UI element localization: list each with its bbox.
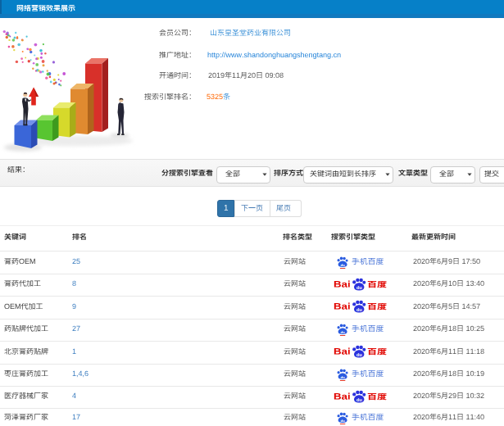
svg-text:du: du [356,352,362,357]
svg-text:du: du [356,397,362,401]
svg-text:du: du [340,330,345,334]
svg-text:du: du [340,262,345,266]
svg-text:du: du [340,418,345,422]
svg-text:du: du [356,307,362,312]
svg-text:du: du [356,284,362,289]
svg-text:du: du [340,374,345,378]
